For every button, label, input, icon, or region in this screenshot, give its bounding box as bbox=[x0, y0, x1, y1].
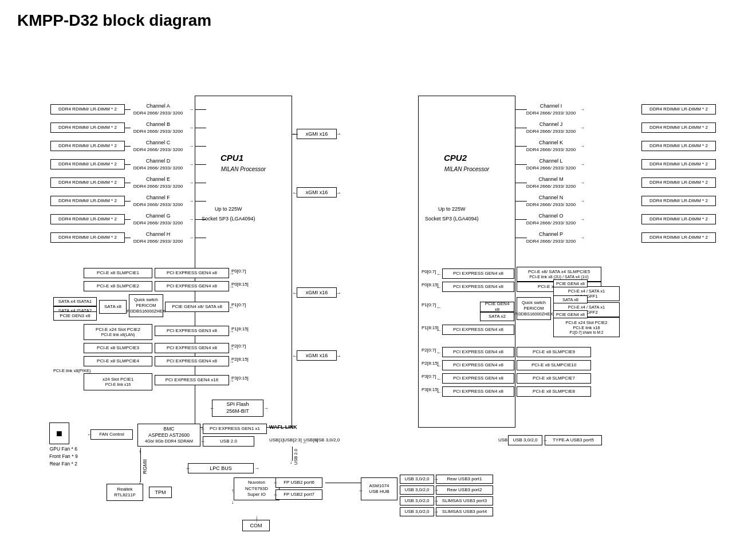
cpu1-power: Up to 225W bbox=[215, 206, 242, 213]
usb1-label: USB[1] bbox=[269, 437, 284, 443]
ddr4-right-4: DDR4 RDIMM/ LR-DIMM * 2 bbox=[641, 177, 716, 188]
slmpcie9-label: PCI-E x8 SLMPCIE9 bbox=[517, 347, 591, 357]
slimsas-usb3-port3: SLIMSAS USB3 port3 bbox=[436, 496, 493, 505]
usb-20-box: USB 2.0 bbox=[203, 436, 254, 447]
rear-usb3-port1: Rear USB3 port1 bbox=[436, 475, 493, 484]
pcie2-lan-label: PCI-E x24 Slot PCIE2PCI-E link x8(LAN) bbox=[84, 324, 152, 340]
channel-l-label: Channel LDDR4 2666/ 2933/ 3200 bbox=[522, 158, 580, 171]
ddr4-left-6: DDR4 RDIMM/ LR-DIMM * 2 bbox=[50, 214, 125, 224]
channel-c-label: Channel CDDR4 2666/ 2933/ 3200 bbox=[129, 140, 187, 153]
channel-g-label: Channel GDDR4 2666/ 2933/ 3200 bbox=[129, 213, 187, 226]
channel-n-label: Channel NDDR4 2666/ 2933/ 3200 bbox=[522, 195, 580, 208]
cpu1-socket: Socket SP3 (LGA4094) bbox=[202, 216, 255, 223]
usb-20-vert: USB 2.0 bbox=[293, 449, 299, 465]
spi-flash: SPI Flash256M-BIT bbox=[212, 400, 263, 417]
tpm-box: TPM bbox=[149, 487, 172, 498]
asm1074-box: ASM1074USB HUB bbox=[361, 477, 397, 500]
channel-p-label: Channel PDDR4 2666/ 2933/ 3200 bbox=[522, 231, 580, 244]
cpu1-label: CPU1 bbox=[220, 153, 243, 163]
nuvoton-box: NuvotonNCT6793DSuper IO bbox=[234, 477, 279, 500]
usb-302-asm-2: USB 3,0/2,0 bbox=[400, 485, 434, 495]
fan-control: FAN Control bbox=[90, 429, 133, 440]
ddr4-right-3: DDR4 RDIMM/ LR-DIMM * 2 bbox=[641, 159, 716, 169]
usb-302-asm-3: USB 3,0/2,0 bbox=[400, 496, 434, 505]
slmpcie9-bus: PCI EXPRESS GEN4 x8 bbox=[442, 347, 514, 357]
slmpcie2-label: PCI-E x8 SLMPCIE2 bbox=[84, 281, 152, 291]
xgmi-3: xGMI x16 bbox=[297, 287, 337, 298]
channel-a-label: Channel ADDR4 2666/ 2933/ 3200 bbox=[129, 103, 187, 116]
slmpcie8-bus: PCI EXPRESS GEN4 x8 bbox=[442, 386, 514, 397]
channel-m-label: Channel MDDR4 2666/ 2933/ 3200 bbox=[522, 176, 580, 189]
pericom-switch2: Quick switch PERICOMPI3DBS16000ZHEX bbox=[517, 297, 551, 320]
pcie-gen4-x8-fr1: PCIE GEN4 x8 bbox=[553, 279, 588, 287]
lpc-bus-box: LPC BUS bbox=[188, 463, 254, 473]
pcie2-right-label: PCI-E x24 Slot PCIE2PCI-E link x16P1[0-7… bbox=[553, 317, 620, 337]
ddr4-left-2: DDR4 RDIMM/ LR-DIMM * 2 bbox=[50, 141, 125, 151]
rgmii-label: RGMII bbox=[142, 459, 149, 474]
cpu2-power: Up to 225W bbox=[438, 206, 466, 213]
fp-usb6-box: FP USB2 port6 bbox=[275, 477, 322, 488]
slmpcie3-bus: PCI EXPRESS GEN4 x8 bbox=[155, 343, 229, 353]
sata-x8-fr: SATA x8 bbox=[553, 295, 588, 303]
xgmi-2: xGMI x16 bbox=[297, 187, 337, 198]
pcie1-label: x24 Slot PCIE1PCI-E link x16 bbox=[84, 373, 152, 390]
type-a-usb3: TYPE-A USB3 port5 bbox=[545, 435, 602, 445]
slmpcie1-label: PCI-E x8 SLMPCIE1 bbox=[84, 268, 152, 278]
ddr4-right-6: DDR4 RDIMM/ LR-DIMM * 2 bbox=[641, 214, 716, 224]
xgmi-4: xGMI x16 bbox=[297, 350, 337, 361]
slmpcie10-label: PCI-E x8 SLMPCIE10 bbox=[517, 360, 591, 370]
block-diagram: DDR4 RDIMM/ LR-DIMM * 2 Channel ADDR4 26… bbox=[17, 41, 739, 539]
slmpcie4-label: PCI-E x8 SLMPCIE4 bbox=[84, 356, 152, 366]
pcie-gen1: PCI EXPRESS GEN1 x1 bbox=[203, 424, 267, 434]
p0-07-right-port: P0[0:7] bbox=[422, 269, 436, 275]
p3-07-right-port: P3[0:7] bbox=[422, 374, 436, 380]
pericom-switch1: Quick switch PERICOMPI3DBS16000ZHEX bbox=[129, 294, 163, 317]
slimsas-usb3-port4: SLIMSAS USB3 port4 bbox=[436, 507, 493, 516]
sata-x8-label: SATA x8 bbox=[99, 300, 127, 314]
ddr4-left-5: DDR4 RDIMM/ LR-DIMM * 2 bbox=[50, 196, 125, 206]
ddr4-right-5: DDR4 RDIMM/ LR-DIMM * 2 bbox=[641, 196, 716, 206]
xgmi-1: xGMI x16 bbox=[297, 129, 337, 139]
usb-302-asm-1: USB 3,0/2,0 bbox=[400, 475, 434, 484]
slmpcie5-bus: PCI EXPRESS GEN4 x8 bbox=[442, 268, 514, 279]
channel-i-label: Channel IDDR4 2666/ 2933/ 3200 bbox=[522, 103, 580, 116]
ddr4-left-3: DDR4 RDIMM/ LR-DIMM * 2 bbox=[50, 159, 125, 169]
ddr4-left-4: DDR4 RDIMM/ LR-DIMM * 2 bbox=[50, 177, 125, 188]
pcie-gen3-x8-left: PCIE GEN3 x8 bbox=[53, 311, 97, 321]
wafl-link-label: WAFL LINK bbox=[269, 424, 297, 431]
pcie-gen3-bus: PCI EXPRESS GEN3 x8 bbox=[155, 326, 229, 336]
slmpcie2-bus: PCI EXPRESS GEN4 x8 bbox=[155, 281, 229, 291]
pcie-gen4-x8-fr2: PCIE GEN4 x8 bbox=[553, 310, 588, 318]
p2-07-right-port: P2[0:7] bbox=[422, 347, 436, 353]
channel-e-label: Channel EDDR4 2666/ 2933/ 3200 bbox=[129, 176, 187, 189]
channel-f-label: Channel FDDR4 2666/ 2933/ 3200 bbox=[129, 195, 187, 208]
slmpcie6-bus: PCI EXPRESS GEN4 x8 bbox=[442, 282, 514, 292]
sata-isata1: SATA x4 ISATA1 bbox=[53, 297, 97, 306]
ddr4-left-7: DDR4 RDIMM/ LR-DIMM * 2 bbox=[50, 232, 125, 243]
channel-h-label: Channel HDDR4 2666/ 2933/ 3200 bbox=[129, 231, 187, 244]
channel-d-label: Channel DDDR4 2666/ 2933/ 3200 bbox=[129, 158, 187, 171]
slmpcie4-bus: PCI EXPRESS GEN4 x8 bbox=[155, 356, 229, 366]
slmpcie7-bus: PCI EXPRESS GEN4 x8 bbox=[442, 373, 514, 384]
pcie2-right-bus: PCI EXPRESS GEN4 x8 bbox=[442, 325, 514, 335]
rear-usb3-port2: Rear USB3 port2 bbox=[436, 485, 493, 495]
cpu2-label: CPU2 bbox=[444, 153, 467, 163]
slmpcie8-label: PCI-E x8 SLMPCIE8 bbox=[517, 386, 591, 397]
sata-x8-bus: PCIE GEN4 x8/ SATA x8 bbox=[165, 302, 229, 312]
slmpcie3-label: PCI-E x8 SLMPCIE3 bbox=[84, 343, 152, 353]
channel-b-label: Channel BDDR4 2666/ 2933/ 3200 bbox=[129, 121, 187, 135]
channel-k-label: Channel KDDR4 2666/ 2933/ 3200 bbox=[522, 140, 580, 153]
usb-302-right: USB 3,0/2,0 bbox=[508, 435, 542, 445]
ddr4-right-1: DDR4 RDIMM/ LR-DIMM * 2 bbox=[641, 123, 716, 133]
channel-j-label: Channel JDDR4 2666/ 2933/ 3200 bbox=[522, 121, 580, 135]
ddr4-right-0: DDR4 RDIMM/ LR-DIMM * 2 bbox=[641, 104, 716, 114]
usb-302-asm-4: USB 3,0/2,0 bbox=[400, 507, 434, 516]
usb-302-label-top: USB 3,0/2,0 bbox=[315, 437, 340, 443]
slmpcie7-label: PCI-E x8 SLMPCIE7 bbox=[517, 373, 591, 384]
bmc-box: BMCASPEED AST26004Gb/ 8Gb DDR4 SDRAM bbox=[137, 424, 200, 447]
pcie-gen4-p1-right: PCIE GEN4 x8 bbox=[480, 302, 514, 312]
realtek-box: RealtekRTL8211F bbox=[107, 484, 143, 501]
cpu2-socket: Socket SP3 (LGA4094) bbox=[425, 216, 479, 223]
ddr4-right-7: DDR4 RDIMM/ LR-DIMM * 2 bbox=[641, 232, 716, 243]
cpu1-sub: MILAN Processor bbox=[212, 166, 275, 172]
